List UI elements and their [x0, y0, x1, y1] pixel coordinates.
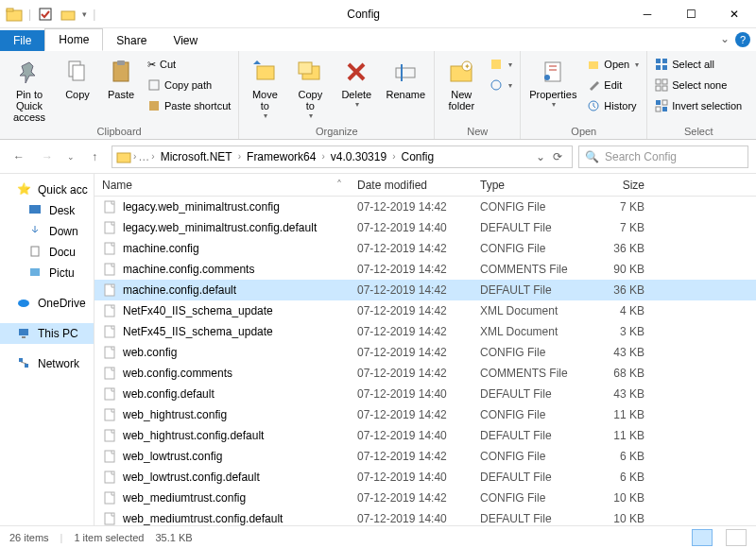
rename-button[interactable]: Rename: [383, 55, 428, 100]
view-details-button[interactable]: [692, 529, 713, 546]
svg-rect-5: [73, 65, 84, 80]
file-type: CONFIG File: [472, 242, 586, 255]
crumb-1[interactable]: Framework64: [243, 150, 319, 163]
new-folder-button[interactable]: ✦ New folder: [440, 55, 482, 111]
copy-path-button[interactable]: Copy path: [146, 76, 232, 94]
svg-rect-8: [149, 80, 159, 90]
file-row[interactable]: web_lowtrust.config.default07-12-2019 14…: [94, 467, 756, 488]
svg-rect-54: [105, 388, 114, 400]
address-dropdown[interactable]: ⌄: [536, 150, 545, 163]
move-to-button[interactable]: Move to▾: [245, 55, 284, 120]
copy-to-button[interactable]: Copy to▾: [290, 55, 330, 120]
file-row[interactable]: web_hightrust.config07-12-2019 14:42CONF…: [94, 404, 756, 425]
tab-view[interactable]: View: [160, 30, 211, 51]
crumb-3[interactable]: Config: [397, 150, 438, 163]
tab-share[interactable]: Share: [103, 30, 160, 51]
crumb-0[interactable]: Microsoft.NET: [157, 150, 236, 163]
file-row[interactable]: web.config.default07-12-2019 14:40DEFAUL…: [94, 384, 756, 404]
file-row[interactable]: legacy.web_minimaltrust.config.default07…: [94, 217, 756, 238]
col-name[interactable]: Name˄: [94, 179, 350, 192]
svg-rect-59: [105, 492, 114, 504]
file-row[interactable]: web.config.comments07-12-2019 14:42COMME…: [94, 363, 756, 384]
svg-rect-45: [105, 201, 114, 213]
minimize-button[interactable]: ─: [626, 0, 669, 28]
history-button[interactable]: History: [585, 96, 641, 115]
invert-selection-button[interactable]: Invert selection: [653, 96, 744, 115]
file-type: DEFAULT File: [472, 512, 586, 525]
file-row[interactable]: web_hightrust.config.default07-12-2019 1…: [94, 425, 756, 446]
tab-home[interactable]: Home: [44, 28, 103, 51]
file-row[interactable]: machine.config.default07-12-2019 14:42DE…: [94, 280, 756, 300]
paste-shortcut-button[interactable]: Paste shortcut: [146, 96, 232, 115]
open-icon: [587, 58, 600, 71]
refresh-button[interactable]: ⟳: [547, 150, 568, 163]
file-size: 36 KB: [586, 283, 652, 297]
new-item-button[interactable]: ▾: [488, 55, 514, 74]
folder-small-icon[interactable]: [60, 6, 77, 23]
up-button[interactable]: ↑: [83, 146, 106, 168]
file-row[interactable]: NetFx40_IIS_schema_update07-12-2019 14:4…: [94, 300, 756, 321]
nav-downloads[interactable]: Down: [0, 221, 94, 242]
collapse-ribbon-icon[interactable]: ⌄: [720, 32, 730, 47]
file-row[interactable]: web_lowtrust.config07-12-2019 14:42CONFI…: [94, 446, 756, 467]
address-bar[interactable]: › … › Microsoft.NET › Framework64 › v4.0…: [112, 146, 573, 168]
nav-network[interactable]: Network: [0, 353, 94, 374]
recent-dropdown[interactable]: ⌄: [64, 146, 77, 168]
file-type: COMMENTS File: [472, 367, 586, 380]
view-thumbnails-button[interactable]: [726, 529, 747, 546]
nav-documents[interactable]: Docu: [0, 242, 94, 263]
search-input[interactable]: 🔍 Search Config: [578, 146, 748, 168]
file-row[interactable]: web_mediumtrust.config07-12-2019 14:42CO…: [94, 488, 756, 508]
copypath-icon: [147, 78, 161, 92]
svg-rect-33: [662, 107, 667, 111]
properties-button[interactable]: Properties▾: [526, 55, 579, 109]
select-all-button[interactable]: Select all: [653, 55, 744, 74]
paste-button[interactable]: Paste: [102, 55, 140, 100]
forward-button[interactable]: →: [36, 146, 59, 168]
col-date[interactable]: Date modified: [350, 179, 472, 192]
column-header: Name˄ Date modified Type Size: [94, 174, 756, 197]
file-row[interactable]: machine.config07-12-2019 14:42CONFIG Fil…: [94, 238, 756, 259]
select-none-button[interactable]: Select none: [653, 76, 744, 94]
edit-button[interactable]: Edit: [585, 76, 641, 94]
qat-dropdown[interactable]: ▾: [82, 9, 87, 19]
col-type[interactable]: Type: [472, 179, 586, 192]
crumb-2[interactable]: v4.0.30319: [327, 150, 390, 163]
svg-rect-24: [656, 59, 661, 63]
file-row[interactable]: machine.config.comments07-12-2019 14:42C…: [94, 259, 756, 280]
back-button[interactable]: ←: [8, 146, 30, 168]
col-size[interactable]: Size: [586, 179, 652, 192]
file-row[interactable]: legacy.web_minimaltrust.config07-12-2019…: [94, 197, 756, 217]
copy-button[interactable]: Copy: [59, 55, 96, 100]
svg-rect-1: [7, 9, 13, 11]
delete-button[interactable]: Delete▾: [335, 55, 377, 109]
nav-this-pc[interactable]: This PC: [0, 323, 94, 344]
file-type: DEFAULT File: [472, 471, 586, 484]
close-button[interactable]: ✕: [713, 0, 756, 28]
pin-icon: [14, 57, 44, 87]
maximize-button[interactable]: ☐: [669, 0, 713, 28]
checkbox-icon[interactable]: [37, 6, 54, 23]
nav-quick-access[interactable]: ⭐Quick acc: [0, 180, 94, 200]
svg-point-21: [544, 75, 550, 80]
easy-access-button[interactable]: ▾: [488, 76, 514, 94]
folder-icon: [6, 6, 23, 23]
cut-button[interactable]: ✂Cut: [146, 55, 232, 74]
svg-rect-49: [105, 284, 114, 296]
nav-pictures[interactable]: Pictu: [0, 263, 94, 283]
file-icon: [102, 241, 117, 256]
file-row[interactable]: web.config07-12-2019 14:42CONFIG File43 …: [94, 342, 756, 363]
nav-desktop[interactable]: Desk: [0, 200, 94, 221]
file-row[interactable]: web_mediumtrust.config.default07-12-2019…: [94, 508, 756, 525]
file-size: 7 KB: [586, 200, 652, 214]
file-row[interactable]: NetFx45_IIS_schema_update07-12-2019 14:4…: [94, 321, 756, 342]
file-icon: [102, 386, 117, 402]
tab-file[interactable]: File: [0, 30, 44, 51]
open-button[interactable]: Open▾: [585, 55, 641, 74]
file-icon: [102, 283, 117, 298]
help-icon[interactable]: ?: [735, 32, 750, 47]
pin-button[interactable]: Pin to Quick access: [6, 55, 53, 123]
nav-onedrive[interactable]: OneDrive: [0, 293, 94, 314]
file-rows[interactable]: legacy.web_minimaltrust.config07-12-2019…: [94, 197, 756, 525]
open-group-label: Open: [526, 124, 641, 137]
